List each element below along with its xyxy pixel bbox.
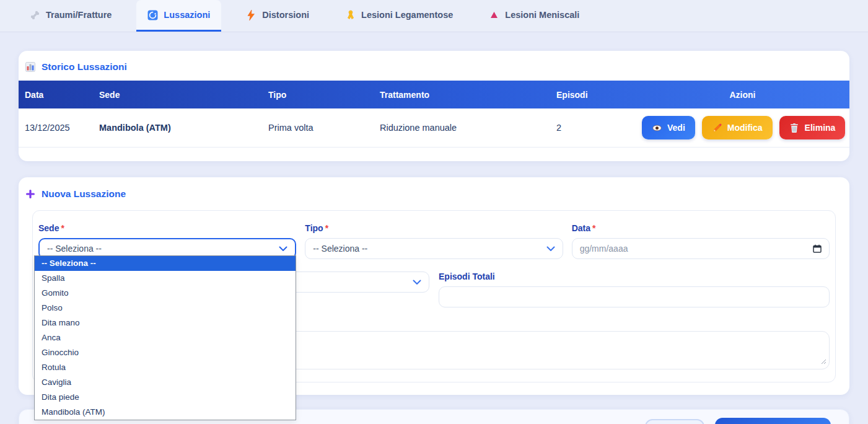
tab-label: Lesioni Legamentose <box>361 10 453 20</box>
ribbon-icon <box>345 10 356 20</box>
elimina-label: Elimina <box>805 123 836 133</box>
required-asterisk: * <box>592 223 595 233</box>
tab-lesioni-meniscali[interactable]: Lesioni Meniscali <box>478 0 590 32</box>
tab-bar: Traumi/Fratture Lussazioni Distorsioni L… <box>0 0 868 32</box>
field-episodi-totali: Episodi Totali <box>439 272 830 307</box>
tipo-select[interactable]: -- Seleziona -- <box>305 238 563 259</box>
dropdown-option[interactable]: Polso <box>35 301 296 316</box>
storico-lussazioni-card: Storico Lussazioni Data Sede Tipo Tratta… <box>19 51 849 161</box>
cell-episodi: 2 <box>550 123 636 133</box>
field-sede: Sede* -- Seleziona -- <box>38 223 296 259</box>
sede-label: Sede* <box>38 223 296 233</box>
dropdown-option[interactable]: -- Seleziona -- <box>35 256 296 271</box>
section-title-text: Nuova Lussazione <box>42 188 126 200</box>
required-asterisk: * <box>61 223 64 233</box>
sede-select-value: -- Seleziona -- <box>47 244 102 254</box>
elimina-button[interactable]: Elimina <box>779 116 846 139</box>
eye-icon <box>652 123 662 133</box>
vedi-button[interactable]: Vedi <box>642 116 695 139</box>
chevron-down-icon <box>413 280 421 285</box>
dropdown-option[interactable]: Dita piede <box>35 390 296 405</box>
modifica-label: Modifica <box>727 123 763 133</box>
col-header-data: Data <box>19 90 93 100</box>
required-asterisk: * <box>325 223 328 233</box>
rotate-icon <box>147 10 158 20</box>
modifica-button[interactable]: Modifica <box>702 116 773 139</box>
sede-dropdown-list: -- Seleziona -- Spalla Gomito Polso Dita… <box>34 255 296 420</box>
cell-actions: Vedi Modifica Elimina <box>636 116 849 139</box>
tab-lesioni-legamentose[interactable]: Lesioni Legamentose <box>334 0 464 32</box>
dropdown-option[interactable]: Rotula <box>35 360 296 375</box>
tipo-select-value: -- Seleziona -- <box>313 244 367 254</box>
dropdown-option[interactable]: Caviglia <box>35 375 296 390</box>
section-title-storico: Storico Lussazioni <box>19 51 849 81</box>
tab-label: Lesioni Meniscali <box>505 10 579 20</box>
tab-traumi-fratture[interactable]: Traumi/Fratture <box>19 0 123 32</box>
tab-label: Lussazioni <box>164 10 210 20</box>
col-header-azioni: Azioni <box>636 90 849 100</box>
history-table: Data Sede Tipo Trattamento Episodi Azion… <box>19 81 849 148</box>
table-header-row: Data Sede Tipo Trattamento Episodi Azion… <box>19 81 849 108</box>
field-tipo: Tipo* -- Seleziona -- <box>305 223 563 259</box>
cell-trattamento: Riduzione manuale <box>374 123 550 133</box>
col-header-sede: Sede <box>93 90 262 100</box>
tab-label: Traumi/Fratture <box>46 10 112 20</box>
data-label: Data* <box>572 223 830 233</box>
pencil-icon <box>712 123 722 133</box>
resize-grip-icon[interactable] <box>821 356 826 367</box>
episodi-totali-label: Episodi Totali <box>439 272 830 281</box>
cell-tipo: Prima volta <box>262 123 374 133</box>
col-header-tipo: Tipo <box>262 90 374 100</box>
secondary-button-partial[interactable] <box>645 419 704 424</box>
dropdown-option[interactable]: Spalla <box>35 271 296 286</box>
dropdown-option[interactable]: Anca <box>35 330 296 345</box>
table-row: 13/12/2025 Mandibola (ATM) Prima volta R… <box>19 108 849 148</box>
tab-lussazioni[interactable]: Lussazioni <box>136 0 221 32</box>
trash-icon <box>789 123 800 133</box>
calendar-icon[interactable] <box>813 244 822 253</box>
triangle-icon <box>489 10 499 20</box>
dropdown-option[interactable]: Ginocchio <box>35 345 296 360</box>
dropdown-option[interactable]: Gomito <box>35 286 296 301</box>
chevron-down-icon <box>279 246 287 252</box>
dropdown-option[interactable]: Mandibola (ATM) <box>35 405 296 420</box>
bone-icon <box>30 10 40 20</box>
data-date-input[interactable]: gg/mm/aaaa <box>572 238 830 259</box>
date-placeholder: gg/mm/aaaa <box>580 244 628 254</box>
vedi-label: Vedi <box>667 123 685 133</box>
primary-button-partial[interactable] <box>715 418 831 424</box>
section-title-nuova: Nuova Lussazione <box>25 188 836 200</box>
col-header-trattamento: Trattamento <box>374 90 550 100</box>
tab-label: Distorsioni <box>262 10 309 20</box>
bar-chart-icon <box>25 62 35 73</box>
plus-icon <box>25 189 35 200</box>
cell-data: 13/12/2025 <box>19 123 93 133</box>
section-title-text: Storico Lussazioni <box>42 61 127 73</box>
chevron-down-icon <box>546 246 555 252</box>
tab-distorsioni[interactable]: Distorsioni <box>235 0 320 32</box>
lightning-icon <box>246 10 256 20</box>
cell-sede: Mandibola (ATM) <box>93 123 262 133</box>
dropdown-option[interactable]: Dita mano <box>35 316 296 330</box>
field-data: Data* gg/mm/aaaa <box>572 223 830 259</box>
tipo-label: Tipo* <box>305 223 563 233</box>
episodi-totali-input[interactable] <box>439 286 830 307</box>
col-header-episodi: Episodi <box>550 90 636 100</box>
